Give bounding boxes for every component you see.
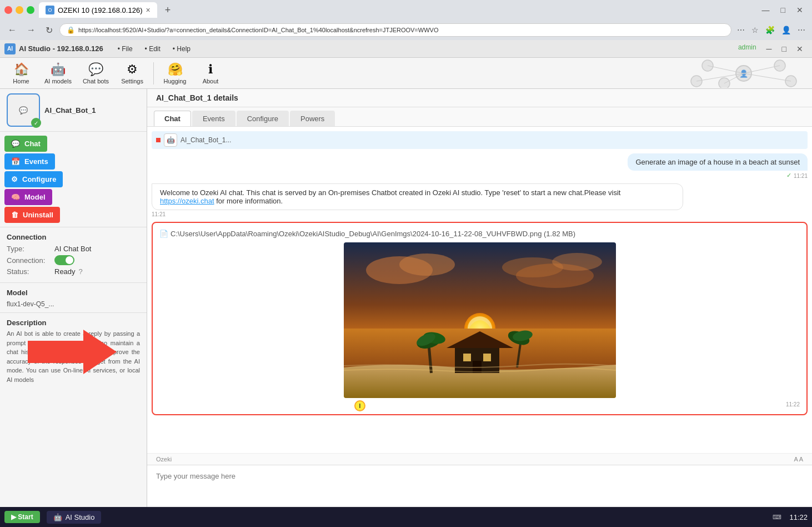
menu-file[interactable]: • File: [112, 44, 138, 54]
win-maximize-btn[interactable]: □: [776, 4, 790, 16]
home-icon: 🏠: [14, 62, 29, 77]
browser-maximize-btn[interactable]: [27, 6, 34, 14]
menu-icon[interactable]: ⋯: [795, 23, 808, 37]
new-tab-button[interactable]: +: [162, 4, 174, 16]
events-side-btn[interactable]: 📅 Events: [4, 153, 55, 170]
beach-image-container: [344, 242, 616, 398]
help-icon[interactable]: ?: [79, 267, 83, 276]
status-label: Status:: [7, 267, 51, 276]
system-bubble: Welcome to Ozeki AI chat. This chat is s…: [152, 183, 742, 217]
refresh-button[interactable]: ↻: [42, 24, 56, 37]
app-title-text: AI Studio - 192.168.0.126: [19, 44, 103, 53]
browser-toolbar: ← → ↻ 🔒 https://localhost:9520/AI+Studio…: [0, 20, 812, 40]
description-section: Description An AI bot is able to create …: [0, 312, 147, 389]
hugging-toolbar-btn[interactable]: 🤗 Hugging: [158, 60, 192, 87]
address-bar[interactable]: 🔒 https://localhost:9520/AI+Studio/?a=co…: [59, 23, 731, 37]
uninstall-icon: 🗑: [11, 211, 18, 219]
font-size-controls[interactable]: A A: [789, 455, 808, 464]
ai-models-label: AI models: [44, 78, 72, 84]
system-message-text: Welcome to Ozeki AI chat. This chat is s…: [160, 188, 620, 197]
chat-bots-toolbar-btn[interactable]: 💬 Chat bots: [78, 60, 113, 87]
red-arrow: [28, 330, 117, 376]
image-path: 📄 C:\Users\User\AppData\Roaming\Ozeki\Oz…: [159, 230, 800, 238]
browser-tab[interactable]: O OZEKI 10 (192.168.0.126) ×: [39, 2, 157, 18]
win-close-btn[interactable]: ✕: [792, 4, 808, 16]
svg-rect-30: [483, 354, 491, 361]
forward-button[interactable]: →: [23, 24, 39, 36]
bot-avatar: 🤖: [164, 133, 177, 147]
reader-icon[interactable]: ⋯: [735, 23, 747, 37]
back-button[interactable]: ←: [4, 24, 20, 36]
chat-bots-icon: 💬: [88, 62, 103, 77]
keyboard-icon: ⌨: [773, 514, 781, 521]
win-minimize-btn[interactable]: —: [758, 4, 774, 16]
uninstall-btn-label: Uninstall: [23, 211, 53, 219]
image-path-text: C:\Users\User\AppData\Roaming\Ozeki\Ozek…: [171, 230, 575, 238]
chat-side-btn[interactable]: 💬 Chat: [4, 136, 47, 152]
tab-configure[interactable]: Configure: [237, 111, 289, 126]
start-button[interactable]: ▶ Start: [4, 511, 40, 523]
taskbar-app-label: AI Studio: [66, 513, 95, 521]
tab-powers[interactable]: Powers: [290, 111, 335, 126]
description-title: Description: [7, 319, 140, 327]
taskbar-app-icon: 🤖: [53, 513, 62, 521]
browser-tab-title: OZEKI 10 (192.168.0.126): [58, 6, 142, 14]
settings-toolbar-btn[interactable]: ⚙ Settings: [116, 60, 149, 87]
ai-models-toolbar-btn[interactable]: 🤖 AI models: [40, 60, 76, 87]
app-title: AI AI Studio - 192.168.0.126: [4, 43, 103, 54]
connection-toggle[interactable]: [54, 255, 74, 265]
file-icon: 📄: [159, 230, 168, 238]
app-maximize-btn[interactable]: □: [778, 43, 791, 54]
ozeki-chat-link[interactable]: https://ozeki.chat: [160, 197, 214, 205]
app-titlebar: AI AI Studio - 192.168.0.126 • File • Ed…: [0, 40, 812, 58]
app-minimize-btn[interactable]: ─: [762, 43, 776, 54]
user-timestamp: 11:21: [794, 173, 808, 179]
bot-icon-check: ✓: [31, 118, 41, 128]
about-toolbar-btn[interactable]: ℹ About: [194, 60, 227, 87]
app-toolbar: 🏠 Home 🤖 AI models 💬 Chat bots ⚙ Setting…: [0, 58, 812, 89]
svg-point-18: [552, 253, 602, 271]
events-icon: 📅: [11, 157, 20, 166]
chat-footer-bar: Ozeki A A: [147, 453, 812, 465]
tab-chat[interactable]: Chat: [154, 111, 191, 126]
app-window: AI AI Studio - 192.168.0.126 • File • Ed…: [0, 40, 812, 527]
taskbar-ai-studio[interactable]: 🤖 AI Studio: [47, 511, 102, 524]
chat-icon: 💬: [11, 140, 20, 148]
star-icon[interactable]: ☆: [749, 23, 761, 37]
network-diagram: 👤: [680, 59, 808, 88]
user-message-text: Generate an image of a house in a beach …: [628, 153, 808, 171]
chat-header-bar: 🤖 AI_Chat_Bot_1...: [152, 131, 808, 149]
events-btn-label: Events: [24, 157, 48, 166]
uninstall-side-btn[interactable]: 🗑 Uninstall: [4, 207, 60, 223]
menu-edit[interactable]: • Edit: [139, 44, 166, 54]
main-layout: 💬 ✓ AI_Chat_Bot_1 💬 Chat 📅 Events ⚙: [0, 89, 812, 527]
menu-help[interactable]: • Help: [167, 44, 196, 54]
chat-bots-label: Chat bots: [83, 78, 109, 84]
connection-row: Connection:: [7, 255, 140, 265]
left-panel: 💬 ✓ AI_Chat_Bot_1 💬 Chat 📅 Events ⚙: [0, 89, 147, 527]
configure-side-btn[interactable]: ⚙ Configure: [4, 171, 63, 187]
toolbar-divider: [153, 62, 154, 84]
home-toolbar-btn[interactable]: 🏠 Home: [4, 60, 38, 87]
user-bubble: Generate an image of a house in a beach …: [628, 153, 808, 179]
extension-icon[interactable]: 🧩: [763, 23, 777, 37]
message-input[interactable]: [147, 465, 812, 504]
svg-marker-12: [28, 330, 117, 374]
bot-icon-emoji: 💬: [19, 106, 28, 115]
browser-tab-close[interactable]: ×: [146, 6, 150, 14]
profile-icon[interactable]: 👤: [779, 23, 793, 37]
configure-icon: ⚙: [11, 175, 18, 183]
url-display: https://localhost:9520/AI+Studio/?a=conn…: [78, 27, 724, 33]
connection-label: Connection:: [7, 256, 51, 265]
browser-close-btn[interactable]: [4, 6, 12, 14]
user-check-icon: ✓: [786, 172, 791, 179]
browser-minimize-btn[interactable]: [16, 6, 23, 14]
configure-btn-label: Configure: [22, 175, 56, 183]
tab-events[interactable]: Events: [192, 111, 235, 126]
model-side-btn[interactable]: 🧠 Model: [4, 189, 52, 205]
browser-favicon: O: [46, 6, 54, 14]
home-label: Home: [13, 78, 29, 84]
type-value: AI Chat Bot: [54, 245, 91, 253]
app-win-controls: admin ─ □ ✕: [738, 43, 808, 54]
app-close-btn[interactable]: ✕: [792, 43, 808, 54]
